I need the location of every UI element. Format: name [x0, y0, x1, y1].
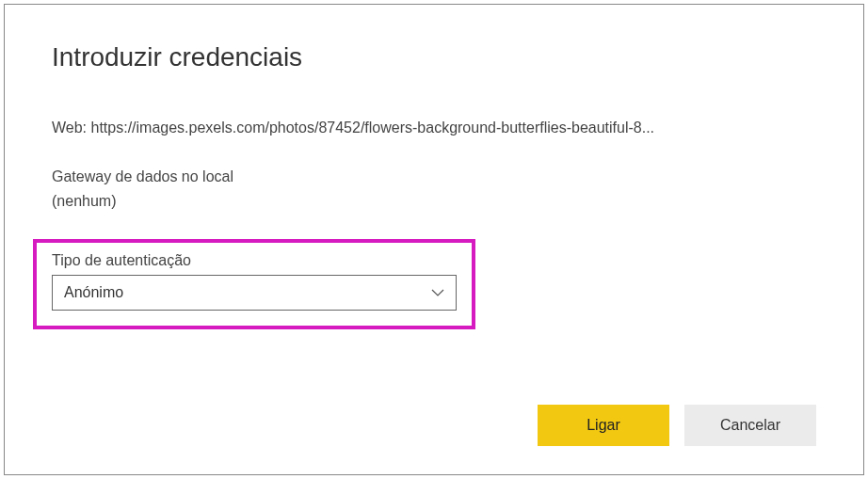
cancel-button[interactable]: Cancelar: [684, 405, 816, 446]
source-url-line: Web: https://images.pexels.com/photos/87…: [52, 120, 816, 136]
dialog-title: Introduzir credenciais: [52, 42, 816, 72]
auth-highlight-box: Tipo de autenticação Anónimo: [33, 239, 475, 329]
gateway-value: (nenhum): [52, 189, 816, 214]
gateway-section: Gateway de dados no local (nenhum): [52, 165, 816, 213]
gateway-label: Gateway de dados no local: [52, 165, 816, 189]
credentials-dialog: Introduzir credenciais Web: https://imag…: [4, 4, 864, 475]
source-url: https://images.pexels.com/photos/87452/f…: [91, 120, 655, 136]
connect-button[interactable]: Ligar: [538, 405, 669, 446]
button-row: Ligar Cancelar: [52, 405, 816, 446]
auth-type-label: Tipo de autenticação: [52, 252, 457, 269]
auth-type-selected: Anónimo: [64, 284, 123, 301]
chevron-down-icon: [431, 286, 444, 299]
source-prefix: Web:: [52, 120, 91, 136]
auth-type-dropdown[interactable]: Anónimo: [52, 275, 457, 311]
